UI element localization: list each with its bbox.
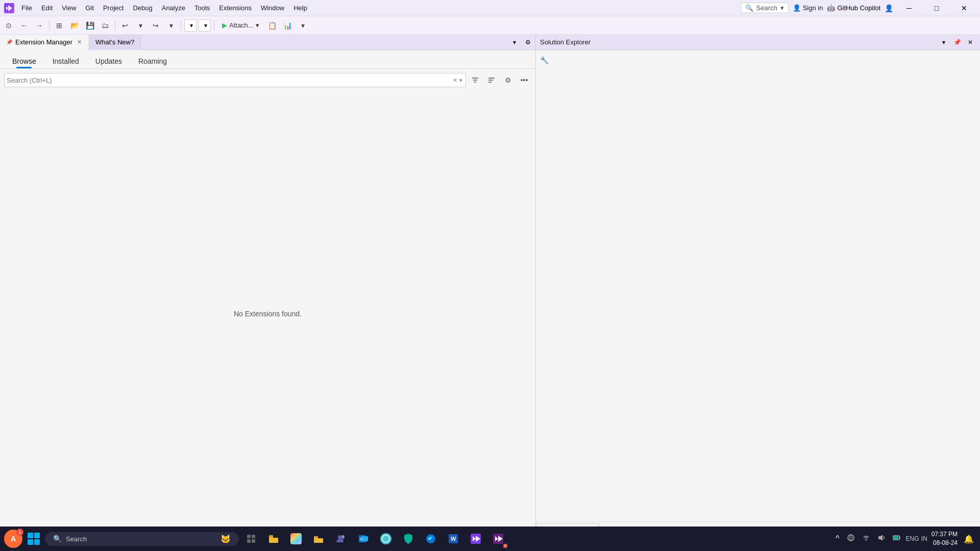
minimize-button[interactable]: ─ xyxy=(897,0,921,16)
menu-bar: File Edit View Git Project Debug Analyze… xyxy=(17,2,741,14)
toolbar-multi-btn[interactable]: ⊞ xyxy=(53,19,66,32)
toolbar-forward-btn[interactable]: → xyxy=(33,19,46,32)
svg-rect-11 xyxy=(269,538,278,543)
menu-debug[interactable]: Debug xyxy=(129,2,156,14)
toolbar-open-btn[interactable]: 📂 xyxy=(68,19,81,32)
menu-tools[interactable]: Tools xyxy=(190,2,214,14)
main-area: 📌 Extension Manager ✕ What's New? ▾ ⚙ Br… xyxy=(0,35,980,536)
taskbar-teams-btn[interactable] xyxy=(331,529,351,549)
taskbar-vs-btn[interactable]: P xyxy=(488,529,508,549)
tray-volume-icon[interactable] xyxy=(875,532,888,546)
nav-tab-roaming[interactable]: Roaming xyxy=(130,54,175,68)
search-icon: 🔍 xyxy=(745,4,753,12)
sign-in-button[interactable]: 👤 Sign in xyxy=(793,4,823,12)
toolbar-undo-btn[interactable]: ↩ xyxy=(118,19,132,32)
taskbar-user-avatar[interactable]: A 1 xyxy=(4,530,22,548)
toolbar-liveshare-btn[interactable]: 📋 xyxy=(266,19,279,32)
task-view-btn[interactable] xyxy=(241,529,261,549)
toolbar-back-btn[interactable]: ← xyxy=(17,19,31,32)
empty-message: No Extensions found. xyxy=(234,310,302,318)
filter-btn[interactable] xyxy=(468,73,482,87)
tab-bar-dropdown-btn[interactable]: ▾ xyxy=(509,37,520,48)
toolbar-save-btn[interactable]: 💾 xyxy=(83,19,96,32)
search-input-wrapper[interactable]: ✕ ▾ xyxy=(4,73,466,87)
tab-bar-settings-btn[interactable]: ⚙ xyxy=(522,37,533,48)
taskbar-edge-btn[interactable] xyxy=(421,529,441,549)
search-dropdown-btn[interactable]: ▾ xyxy=(458,76,463,85)
nav-tab-installed[interactable]: Installed xyxy=(44,54,87,68)
solution-explorer-header: Solution Explorer ▾ 📌 ✕ xyxy=(536,35,980,50)
platform-dropdown[interactable]: ▾ xyxy=(199,19,211,32)
attach-button[interactable]: ▶ Attach... ▾ xyxy=(217,19,264,32)
menu-window[interactable]: Window xyxy=(257,2,288,14)
wrench-btn[interactable]: 🔧 xyxy=(538,54,550,66)
title-bar-right: 🔍 Search ▾ 👤 Sign in 🤖 GitHub Copilot 👤 … xyxy=(741,0,976,16)
close-button[interactable]: ✕ xyxy=(952,0,976,16)
menu-edit[interactable]: Edit xyxy=(37,2,57,14)
battery-svg xyxy=(893,534,901,542)
toolbar-redo-dropdown[interactable]: ▾ xyxy=(164,19,178,32)
nav-tab-browse[interactable]: Browse xyxy=(4,54,44,68)
taskbar-copilot-icon: 🐱 xyxy=(220,534,231,544)
language-region: ENG IN xyxy=(906,535,927,542)
search-clear-icon[interactable]: ✕ xyxy=(452,76,458,85)
search-input[interactable] xyxy=(7,77,452,84)
toolbar-save-all-btn[interactable]: 🗂 xyxy=(99,19,112,32)
menu-help[interactable]: Help xyxy=(289,2,311,14)
tray-battery-icon[interactable] xyxy=(891,532,903,546)
toolbar-redo-btn[interactable]: ↪ xyxy=(149,19,162,32)
build-config-dropdown[interactable]: ▾ xyxy=(184,19,197,32)
empty-state: No Extensions found. xyxy=(0,91,535,536)
tray-chevron[interactable]: ^ xyxy=(834,532,842,545)
user-initial: A xyxy=(11,535,16,543)
toolbar-circle-btn[interactable]: ⊙ xyxy=(2,19,15,32)
github-copilot-button[interactable]: 🤖 GitHub Copilot xyxy=(827,4,880,12)
more-options-btn[interactable]: ••• xyxy=(517,73,531,87)
tray-wifi-icon[interactable] xyxy=(860,532,872,546)
se-close-btn[interactable]: ✕ xyxy=(965,37,976,48)
taskbar-photos-btn[interactable] xyxy=(286,529,306,549)
toolbar-extra-btn[interactable]: ▾ xyxy=(297,19,310,32)
taskbar-globe-btn[interactable] xyxy=(376,529,396,549)
se-dropdown-btn[interactable]: ▾ xyxy=(938,37,949,48)
svg-point-19 xyxy=(426,534,435,543)
title-search-box[interactable]: 🔍 Search ▾ xyxy=(741,3,789,13)
tab-extension-manager-close[interactable]: ✕ xyxy=(76,39,83,46)
menu-file[interactable]: File xyxy=(17,2,36,14)
network-svg xyxy=(847,534,855,542)
time-display[interactable]: 07:37 PM 08-08-24 xyxy=(932,530,958,547)
svg-marker-28 xyxy=(878,535,883,541)
menu-extensions[interactable]: Extensions xyxy=(215,2,256,14)
right-panel: Solution Explorer ▾ 📌 ✕ 🔧 Solution Explo… xyxy=(536,35,980,536)
nav-tab-updates[interactable]: Updates xyxy=(87,54,130,68)
menu-git[interactable]: Git xyxy=(81,2,98,14)
taskbar-search[interactable]: 🔍 Search 🐱 xyxy=(45,532,239,546)
tab-extension-manager[interactable]: 📌 Extension Manager ✕ xyxy=(0,35,89,50)
tray-network-icon[interactable] xyxy=(845,532,857,546)
toolbar-feedback-btn[interactable]: 📊 xyxy=(281,19,295,32)
windows-logo xyxy=(28,533,40,545)
taskbar-word-btn[interactable]: W xyxy=(443,529,463,549)
tab-whats-new-label: What's New? xyxy=(95,38,134,46)
taskbar-vs-preview-btn[interactable] xyxy=(465,529,486,549)
menu-view[interactable]: View xyxy=(58,2,80,14)
toolbar-sep-3 xyxy=(181,20,181,31)
taskbar-bell-icon[interactable]: 🔔 xyxy=(962,532,976,546)
vs-preview-icon xyxy=(470,533,481,544)
tab-whats-new[interactable]: What's New? xyxy=(89,35,141,50)
toolbar-undo-dropdown[interactable]: ▾ xyxy=(134,19,147,32)
edge-icon xyxy=(425,533,436,544)
se-pin-btn[interactable]: 📌 xyxy=(951,37,963,48)
tab-bar-right: ▾ ⚙ xyxy=(509,37,535,48)
settings-btn[interactable]: ⚙ xyxy=(501,73,515,87)
github-copilot-label: GitHub Copilot xyxy=(837,4,880,12)
taskbar-folder-btn[interactable] xyxy=(308,529,329,549)
start-button[interactable] xyxy=(24,530,43,548)
menu-project[interactable]: Project xyxy=(99,2,128,14)
taskbar-files-btn[interactable] xyxy=(263,529,284,549)
sort-btn[interactable] xyxy=(484,73,499,87)
menu-analyze[interactable]: Analyze xyxy=(158,2,189,14)
maximize-button[interactable]: □ xyxy=(925,0,948,16)
taskbar-security-btn[interactable] xyxy=(398,529,419,549)
taskbar-outlook-btn[interactable]: O xyxy=(353,529,374,549)
